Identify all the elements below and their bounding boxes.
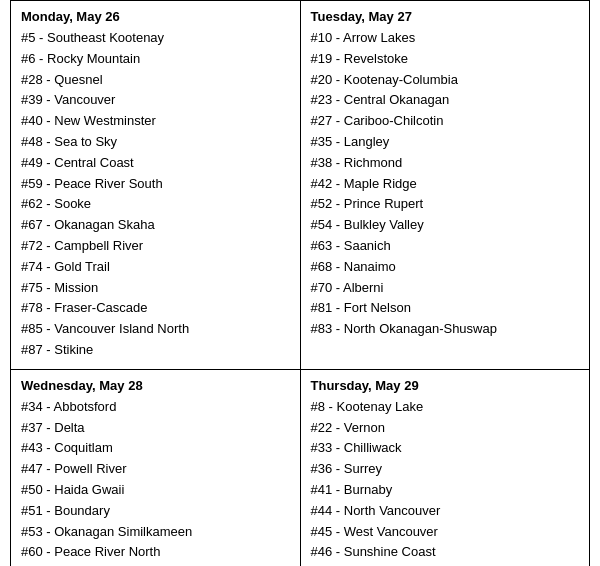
list-item: #6 - Rocky Mountain: [21, 49, 290, 70]
list-item: #40 - New Westminster: [21, 111, 290, 132]
list-item: #5 - Southeast Kootenay: [21, 28, 290, 49]
list-item: #78 - Fraser-Cascade: [21, 298, 290, 319]
list-item: #47 - Powell River: [21, 459, 290, 480]
list-item: #85 - Vancouver Island North: [21, 319, 290, 340]
list-item: #52 - Prince Rupert: [311, 194, 580, 215]
list-item: #19 - Revelstoke: [311, 49, 580, 70]
list-item: #20 - Kootenay-Columbia: [311, 70, 580, 91]
list-item: #49 - Central Coast: [21, 153, 290, 174]
list-item: #37 - Delta: [21, 418, 290, 439]
list-item: #54 - Bulkley Valley: [311, 215, 580, 236]
list-item: #10 - Arrow Lakes: [311, 28, 580, 49]
list-item: #41 - Burnaby: [311, 480, 580, 501]
list-item: #35 - Langley: [311, 132, 580, 153]
list-item: #83 - North Okanagan-Shuswap: [311, 319, 580, 340]
list-item: #38 - Richmond: [311, 153, 580, 174]
day-cell-thursday: Thursday, May 29#8 - Kootenay Lake#22 - …: [300, 369, 590, 566]
day-cell-tuesday: Tuesday, May 27#10 - Arrow Lakes#19 - Re…: [300, 1, 590, 370]
district-list-wednesday: #34 - Abbotsford#37 - Delta#43 - Coquitl…: [21, 397, 290, 566]
district-list-thursday: #8 - Kootenay Lake#22 - Vernon#33 - Chil…: [311, 397, 580, 566]
list-item: #22 - Vernon: [311, 418, 580, 439]
list-item: #75 - Mission: [21, 278, 290, 299]
list-item: #34 - Abbotsford: [21, 397, 290, 418]
list-item: #63 - Saanich: [311, 236, 580, 257]
list-item: #51 - Boundary: [21, 501, 290, 522]
list-item: #42 - Maple Ridge: [311, 174, 580, 195]
list-item: #74 - Gold Trail: [21, 257, 290, 278]
list-item: #87 - Stikine: [21, 340, 290, 361]
day-header-wednesday: Wednesday, May 28: [21, 378, 290, 393]
list-item: #72 - Campbell River: [21, 236, 290, 257]
list-item: #68 - Nanaimo: [311, 257, 580, 278]
list-item: #48 - Sea to Sky: [21, 132, 290, 153]
district-list-monday: #5 - Southeast Kootenay#6 - Rocky Mounta…: [21, 28, 290, 361]
list-item: #60 - Peace River North: [21, 542, 290, 563]
list-item: #8 - Kootenay Lake: [311, 397, 580, 418]
list-item: #39 - Vancouver: [21, 90, 290, 111]
list-item: #33 - Chilliwack: [311, 438, 580, 459]
list-item: #23 - Central Okanagan: [311, 90, 580, 111]
list-item: #53 - Okanagan Similkameen: [21, 522, 290, 543]
list-item: #59 - Peace River South: [21, 174, 290, 195]
list-item: #45 - West Vancouver: [311, 522, 580, 543]
list-item: #62 - Sooke: [21, 194, 290, 215]
list-item: #67 - Okanagan Skaha: [21, 215, 290, 236]
list-item: #50 - Haida Gwaii: [21, 480, 290, 501]
list-item: #28 - Quesnel: [21, 70, 290, 91]
list-item: #27 - Cariboo-Chilcotin: [311, 111, 580, 132]
day-header-tuesday: Tuesday, May 27: [311, 9, 580, 24]
day-cell-monday: Monday, May 26#5 - Southeast Kootenay#6 …: [11, 1, 301, 370]
list-item: #46 - Sunshine Coast: [311, 542, 580, 563]
day-cell-wednesday: Wednesday, May 28#34 - Abbotsford#37 - D…: [11, 369, 301, 566]
list-item: #36 - Surrey: [311, 459, 580, 480]
list-item: #70 - Alberni: [311, 278, 580, 299]
day-header-monday: Monday, May 26: [21, 9, 290, 24]
district-list-tuesday: #10 - Arrow Lakes#19 - Revelstoke#20 - K…: [311, 28, 580, 340]
list-item: #81 - Fort Nelson: [311, 298, 580, 319]
list-item: #44 - North Vancouver: [311, 501, 580, 522]
list-item: #43 - Coquitlam: [21, 438, 290, 459]
schedule-table: Monday, May 26#5 - Southeast Kootenay#6 …: [10, 0, 590, 566]
day-header-thursday: Thursday, May 29: [311, 378, 580, 393]
